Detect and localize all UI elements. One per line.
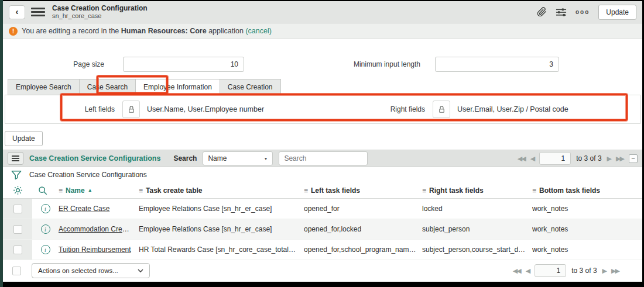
paperclip-icon: [537, 7, 547, 17]
chevron-left-icon: ‹: [16, 6, 19, 16]
collapse-list-button[interactable]: −: [629, 154, 638, 163]
hamburger-menu-icon[interactable]: [31, 8, 45, 16]
info-icon[interactable]: i: [41, 204, 50, 213]
pagination-range: to 3 of 3: [571, 267, 597, 275]
app-screen: ‹ Case Creation Configuration sn_hr_core…: [3, 1, 642, 282]
screenshot-frame: ‹ Case Creation Configuration sn_hr_core…: [0, 0, 644, 287]
list-search-input[interactable]: [279, 151, 368, 165]
tab-employee-information[interactable]: Employee Information: [135, 79, 220, 95]
column-menu-icon[interactable]: ≡: [422, 186, 426, 195]
cell-task-create-table: Employee Relations Case [sn_hr_er_case]: [139, 225, 304, 233]
column-header-left-task-fields[interactable]: ≡Left task fields: [304, 186, 422, 195]
row-info-cell: i: [32, 204, 59, 213]
cell-left-task-fields: opened_for: [304, 205, 422, 213]
record-link[interactable]: ER Create Case: [59, 205, 109, 213]
row-info-cell: i: [32, 224, 59, 234]
row-info-cell: i: [32, 245, 59, 254]
row-select-cell: [3, 219, 32, 239]
column-menu-icon[interactable]: ≡: [304, 186, 308, 195]
filter-row: Case Creation Service Configurations: [3, 167, 642, 182]
column-menu-icon[interactable]: ≡: [59, 186, 63, 195]
row-checkbox[interactable]: [13, 245, 22, 254]
row-select-cell: [3, 199, 32, 219]
prev-page-button[interactable]: ◀: [526, 267, 529, 275]
row-checkbox[interactable]: [13, 225, 22, 234]
chevron-down-icon: ▼: [263, 157, 268, 161]
cell-bottom-task-fields: work_notes: [532, 225, 642, 233]
left-fields-lock-button[interactable]: [122, 101, 140, 118]
list-context-menu-button[interactable]: [8, 152, 23, 165]
actions-on-selected-rows-select[interactable]: Actions on selected rows...: [32, 263, 150, 278]
hamburger-menu-icon: [12, 155, 19, 157]
right-fields-label: Right fields: [298, 105, 425, 113]
sort-ascending-icon: ▲: [88, 188, 93, 193]
page-number-input[interactable]: [539, 152, 571, 165]
last-page-button[interactable]: ▶▶: [616, 155, 624, 162]
tab-case-creation[interactable]: Case Creation: [220, 79, 281, 95]
list-footer-row: Actions on selected rows... ◀◀ ◀ to 3 of…: [3, 260, 642, 281]
gear-cell: [3, 185, 32, 195]
search-field-selected: Name: [208, 154, 227, 162]
page-number-input[interactable]: [535, 264, 566, 277]
header-actions: ooo Update: [537, 5, 636, 20]
header-update-button[interactable]: Update: [598, 5, 636, 20]
personalize-form-button[interactable]: [556, 8, 567, 17]
actions-select-label: Actions on selected rows...: [38, 267, 118, 274]
record-link[interactable]: Tuition Reimbursement: [59, 245, 131, 254]
record-link[interactable]: Accommodation Create Case: [59, 225, 139, 233]
warning-icon: !: [9, 27, 18, 36]
cell-right-task-fields: subject_person,course_start_date,course_…: [422, 245, 532, 254]
form-update-button[interactable]: Update: [5, 131, 43, 146]
back-button[interactable]: ‹: [9, 5, 25, 19]
column-menu-icon[interactable]: ≡: [139, 186, 143, 195]
top-pagination: ◀◀ ◀ to 3 of 3 ▶ ▶▶ −: [518, 152, 638, 165]
list-title[interactable]: Case Creation Service Configurations: [29, 154, 160, 162]
select-all-checkbox[interactable]: [12, 267, 21, 275]
info-icon[interactable]: i: [41, 245, 50, 254]
cancel-link[interactable]: (cancel): [245, 27, 271, 35]
search-cell: [32, 186, 59, 195]
cell-bottom-task-fields: work_notes: [532, 245, 642, 254]
employee-information-section: Left fields User.Name, User.Employee num…: [5, 95, 640, 124]
column-menu-icon[interactable]: ≡: [532, 186, 536, 195]
page-size-field[interactable]: [123, 57, 244, 72]
min-input-length-field[interactable]: [435, 57, 559, 72]
next-page-button[interactable]: ▶: [607, 155, 611, 162]
more-options-button[interactable]: ooo: [576, 9, 590, 15]
pagination-range: to 3 of 3: [576, 154, 601, 162]
table-row: i Tuition Reimbursement HR Total Rewards…: [3, 240, 642, 260]
search-icon[interactable]: [38, 186, 47, 195]
page-title: Case Creation Configuration: [52, 4, 148, 12]
list-caption-bar: Case Creation Service Configurations Sea…: [3, 150, 642, 167]
filter-funnel-icon[interactable]: [11, 170, 22, 180]
right-fields-value: User.Email, User.Zip / Postal code: [457, 105, 568, 113]
gear-icon[interactable]: [13, 185, 23, 195]
search-field-select[interactable]: Name ▼: [203, 151, 273, 165]
right-fields-lock-button[interactable]: [433, 101, 450, 118]
bottom-pagination: ◀◀ ◀ to 3 of 3 ▶ ▶▶: [513, 264, 642, 277]
cell-bottom-task-fields: work_notes: [532, 205, 642, 213]
info-icon[interactable]: i: [41, 224, 50, 234]
first-page-button[interactable]: ◀◀: [513, 267, 520, 275]
next-page-button[interactable]: ▶: [602, 267, 606, 275]
first-page-button[interactable]: ◀◀: [518, 155, 525, 162]
column-header-task-create-table[interactable]: ≡Task create table: [139, 186, 304, 195]
tab-employee-search[interactable]: Employee Search: [8, 79, 80, 95]
row-checkbox[interactable]: [13, 205, 22, 213]
lock-icon: [438, 105, 446, 113]
attachment-button[interactable]: [537, 7, 547, 17]
row-select-cell: [3, 240, 32, 260]
column-header-right-task-fields[interactable]: ≡Right task fields: [422, 186, 532, 195]
column-header-bottom-task-fields[interactable]: ≡Bottom task fields: [532, 186, 642, 195]
sliders-icon: [556, 8, 567, 17]
cell-left-task-fields: opened_for,locked: [304, 225, 422, 233]
breadcrumb[interactable]: Case Creation Service Configurations: [29, 171, 147, 179]
edit-scope-warning: ! You are editing a record in the Human …: [3, 23, 642, 39]
last-page-button[interactable]: ▶▶: [611, 267, 619, 275]
column-header-name[interactable]: ≡Name▲: [59, 186, 139, 195]
prev-page-button[interactable]: ◀: [530, 155, 534, 162]
min-input-length-label: Minimum input length: [237, 60, 420, 68]
table-row: i Accommodation Create Case Employee Rel…: [3, 219, 642, 240]
record-title-block: Case Creation Configuration sn_hr_core_c…: [52, 4, 148, 20]
tab-case-search[interactable]: Case Search: [79, 79, 136, 95]
